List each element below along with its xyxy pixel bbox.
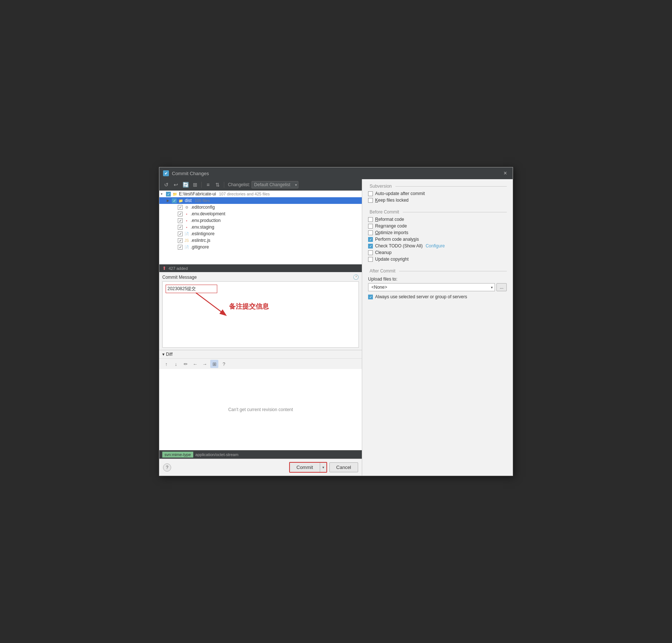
- option-reformat-code[interactable]: Reformat code: [368, 216, 507, 223]
- diff-expand-arrow: ▾: [162, 352, 164, 357]
- status-count: 427 added: [169, 266, 188, 271]
- option-perform-analysis[interactable]: Perform code analysis: [368, 236, 507, 243]
- rearrange-code-checkbox[interactable]: [368, 224, 373, 229]
- root-expand-arrow[interactable]: ▾: [161, 192, 164, 196]
- toolbar-collapse-btn[interactable]: ≡: [204, 181, 212, 189]
- check-todo-checkbox[interactable]: [368, 244, 373, 248]
- commit-msg-area: 20230825提交: [162, 281, 359, 348]
- before-commit-title: Before Commit: [368, 209, 507, 215]
- diff-empty-text: Can't get current revision content: [228, 407, 293, 412]
- upload-select[interactable]: <None>: [368, 283, 495, 291]
- diff-content: Can't get current revision content: [159, 369, 362, 450]
- editorconfig-icon: ⚙: [184, 205, 189, 210]
- status-bar: ⬆ 427 added: [159, 264, 362, 272]
- dist-meta: 105 files: [195, 198, 210, 203]
- tree-item-env-prod[interactable]: ▪ .env.production: [159, 217, 362, 224]
- env-dev-icon: ▪: [184, 211, 189, 216]
- help-button[interactable]: ?: [163, 463, 171, 472]
- root-checkbox[interactable]: [166, 192, 171, 197]
- option-rearrange-code[interactable]: Rearrange code: [368, 223, 507, 229]
- commit-button[interactable]: Commit: [290, 463, 320, 472]
- eslintrc-name: .eslintrc.js: [191, 238, 210, 243]
- eslintrc-checkbox[interactable]: [178, 238, 183, 243]
- dist-checkbox[interactable]: [172, 198, 177, 203]
- option-auto-update[interactable]: Auto-update after commit: [368, 190, 507, 197]
- commit-msg-label: Commit Message: [162, 275, 197, 280]
- toolbar-undo-btn[interactable]: ↩: [172, 181, 180, 189]
- reformat-code-label: Reformat code: [375, 217, 404, 222]
- commit-msg-inner: 20230825提交: [162, 281, 359, 348]
- toolbar-sep-2: [224, 182, 224, 188]
- option-update-copyright[interactable]: Update copyright: [368, 256, 507, 263]
- option-optimize-imports[interactable]: Optimize imports: [368, 229, 507, 236]
- optimize-imports-label: Optimize imports: [375, 230, 408, 235]
- before-commit-section: Before Commit Reformat code Rearrange co…: [368, 209, 507, 263]
- diff-help-btn[interactable]: ?: [220, 360, 228, 368]
- close-button[interactable]: ×: [502, 170, 509, 177]
- tree-item-editorconfig[interactable]: ⚙ .editorconfig: [159, 204, 362, 211]
- diff-next-btn[interactable]: →: [201, 360, 209, 368]
- eslintignore-icon: 📄: [184, 231, 189, 236]
- env-prod-name: .env.production: [191, 218, 221, 223]
- eslintrc-icon: JS: [184, 238, 189, 243]
- update-copyright-checkbox[interactable]: [368, 257, 373, 262]
- option-check-todo[interactable]: Check TODO (Show All) Configure: [368, 243, 507, 249]
- editorconfig-checkbox[interactable]: [178, 205, 183, 210]
- option-cleanup[interactable]: Cleanup: [368, 249, 507, 256]
- diff-up-btn[interactable]: ↑: [162, 360, 170, 368]
- upload-dots-btn[interactable]: ...: [496, 283, 507, 291]
- optimize-imports-checkbox[interactable]: [368, 230, 373, 235]
- auto-update-label: Auto-update after commit: [375, 191, 425, 196]
- option-always-use[interactable]: Always use selected server or group of s…: [368, 293, 507, 300]
- diff-prev-btn[interactable]: ←: [191, 360, 199, 368]
- diff-edit-btn[interactable]: ✏: [181, 360, 190, 368]
- tree-item-eslintrc[interactable]: JS .eslintrc.js: [159, 237, 362, 244]
- action-bar: ? Commit ▾ Cancel: [159, 459, 362, 476]
- commit-message-textarea[interactable]: [163, 282, 358, 347]
- toolbar-grid-btn[interactable]: ⊞: [191, 181, 199, 189]
- diff-down-btn[interactable]: ↓: [172, 360, 180, 368]
- option-keep-files-locked[interactable]: Keep files locked: [368, 197, 507, 204]
- commit-msg-header: Commit Message 🕐: [162, 274, 359, 280]
- gitignore-checkbox[interactable]: [178, 245, 183, 250]
- upload-select-wrapper[interactable]: <None>: [368, 283, 495, 291]
- eslintignore-checkbox[interactable]: [178, 232, 183, 236]
- diff-compare-btn[interactable]: ⊞: [210, 360, 218, 368]
- eslintignore-name: .eslintignore: [191, 231, 215, 236]
- cleanup-checkbox[interactable]: [368, 250, 373, 255]
- dialog-body: ↺ ↩ 🔄 ⊞ ≡ ⇅ Changelist: Default Changeli…: [159, 179, 513, 476]
- keep-files-locked-checkbox[interactable]: [368, 198, 373, 203]
- reformat-code-checkbox[interactable]: [368, 217, 373, 222]
- subversion-section: Subversion Auto-update after commit Keep…: [368, 184, 507, 204]
- auto-update-checkbox[interactable]: [368, 191, 373, 196]
- perform-analysis-checkbox[interactable]: [368, 237, 373, 242]
- changelist-select-wrapper[interactable]: Default Changelist: [252, 181, 298, 188]
- toolbar-expand-btn[interactable]: ⇅: [214, 181, 222, 189]
- changelist-select[interactable]: Default Changelist: [252, 181, 298, 188]
- toolbar-refresh-btn[interactable]: ↺: [162, 181, 170, 189]
- title-bar: ✔ Commit Changes ×: [159, 167, 513, 179]
- diff-section: ▾ Diff ↑ ↓ ✏ ← → ⊞ ? Can't get current r…: [159, 350, 362, 450]
- dist-expand-arrow[interactable]: ▶: [167, 199, 170, 202]
- env-dev-checkbox[interactable]: [178, 212, 183, 216]
- tree-item-root[interactable]: ▾ 📁 E:\test\Fabricate-ui 107 directories…: [159, 191, 362, 197]
- cancel-button[interactable]: Cancel: [329, 462, 358, 472]
- configure-link[interactable]: Configure: [426, 243, 445, 248]
- env-prod-checkbox[interactable]: [178, 218, 183, 223]
- subversion-title: Subversion: [368, 184, 507, 189]
- dialog-title: Commit Changes: [172, 171, 499, 176]
- tree-item-env-staging[interactable]: ▪ .env.staging: [159, 224, 362, 230]
- dist-folder-icon: 📁: [178, 198, 183, 203]
- tree-item-gitignore[interactable]: 📄 .gitignore: [159, 244, 362, 250]
- tree-item-env-dev[interactable]: ▪ .env.development: [159, 211, 362, 217]
- env-staging-checkbox[interactable]: [178, 225, 183, 230]
- commit-dropdown-arrow[interactable]: ▾: [320, 463, 326, 472]
- diff-header[interactable]: ▾ Diff: [159, 350, 362, 358]
- tree-item-eslintignore[interactable]: 📄 .eslintignore: [159, 230, 362, 237]
- rearrange-code-label: Rearrange code: [375, 223, 407, 229]
- commit-msg-history-icon[interactable]: 🕐: [353, 274, 359, 280]
- mime-property: svn:mime-type: [162, 452, 193, 458]
- always-use-checkbox[interactable]: [368, 295, 373, 299]
- toolbar-update-btn[interactable]: 🔄: [181, 181, 190, 189]
- tree-item-dist[interactable]: ▶ 📁 dist 105 files: [159, 197, 362, 204]
